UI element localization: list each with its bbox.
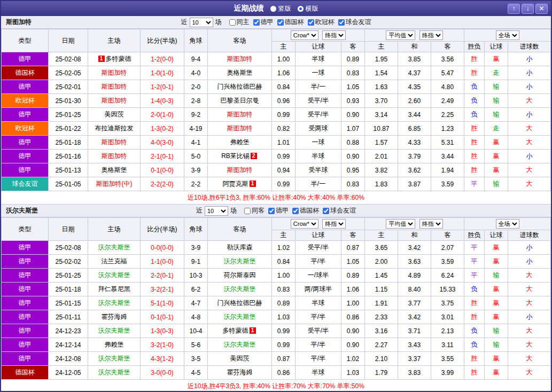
titlebar-center: 近期战绩 竖版 横版 [1, 4, 551, 13]
match-scope-select[interactable]: 全场 [496, 30, 519, 40]
euro-home-odds-cell: 3.65 [365, 241, 398, 255]
corner-cell: 2-0 [184, 80, 208, 94]
asian-line-cell: 受平/半 [296, 324, 341, 338]
league-cell: 德甲 [2, 108, 49, 122]
league-cell: 德甲 [2, 255, 49, 269]
date-cell: 25-02-02 [49, 255, 88, 269]
euro-company-select[interactable]: 平均值 [386, 30, 415, 40]
radio-horizontal-icon[interactable] [298, 6, 304, 12]
filter-checkbox[interactable] [268, 208, 275, 214]
filter-球会友谊[interactable]: 球会友谊 [323, 206, 356, 215]
asian-index-select[interactable]: 终指 [322, 30, 346, 40]
euro-index-select[interactable]: 终指 [419, 30, 443, 40]
euro-index-select[interactable]: 终指 [419, 219, 443, 229]
over-under-cell: 大 [508, 177, 551, 191]
over-under-cell: 大 [508, 163, 551, 177]
date-cell: 25-01-05 [49, 177, 88, 191]
away-team-cell: 奥格斯堡 [208, 66, 272, 80]
team-label: 沃尔夫斯堡 [224, 285, 256, 293]
filter-球会友谊[interactable]: 球会友谊 [338, 18, 371, 27]
over-under-cell: 小 [508, 255, 551, 269]
filter-德甲[interactable]: 德甲 [268, 206, 289, 215]
euro-away-odds-cell: 3.59 [431, 255, 464, 269]
away-team-cell: 斯图加特 [208, 122, 272, 136]
recent-count-select[interactable]: 10 [205, 206, 228, 216]
date-cell: 25-01-11 [49, 310, 88, 324]
filter-同客[interactable]: 同客 [244, 206, 265, 215]
filter-德甲[interactable]: 德甲 [253, 18, 274, 27]
euro-company-select[interactable]: 平均值 [386, 219, 415, 229]
away-team-cell: 斯图加特 [208, 163, 272, 177]
col-score: 比分(半场) [141, 218, 184, 241]
team-name: 沃尔夫斯堡 [6, 206, 38, 215]
asian-line-cell: 平/半 [296, 352, 341, 366]
filter-checkbox[interactable] [253, 19, 260, 26]
asian-away-odds-cell: 0.90 [341, 150, 365, 163]
filter-checkbox[interactable] [323, 208, 329, 214]
up-button[interactable]: ↑ [508, 4, 520, 14]
down-button[interactable]: ↓ [522, 4, 534, 14]
recent-count-select[interactable]: 10 [190, 18, 213, 27]
handicap-result-cell: 赢 [485, 296, 508, 310]
match-row: 德甲25-01-11霍芬海姆0-1(0-1)4-8沃尔夫斯堡1.03平/半0.8… [2, 310, 551, 324]
handicap-result-cell: 走 [485, 122, 508, 136]
rank-badge: 2 [251, 153, 257, 159]
match-scope-select[interactable]: 全场 [496, 219, 519, 229]
result-cell: 胜 [464, 366, 485, 380]
euro-draw-odds-cell: 3.85 [398, 52, 431, 66]
filter-德国杯[interactable]: 德国杯 [292, 206, 319, 215]
down-arrow-icon: ↓ [526, 5, 530, 12]
result-cell: 胜 [464, 52, 485, 66]
results-body: 德甲25-02-08沃尔夫斯堡0-0(0-0)3-9勒沃库森1.02受平/半0.… [2, 241, 551, 380]
layout-option-horizontal[interactable]: 横版 [298, 4, 318, 13]
filter-欧冠杯[interactable]: 欧冠杯 [308, 18, 335, 27]
section-stuttgart: 斯图加特 近 10 场 同主德甲德国杯欧冠杯球会友谊 类型 日期 主场 比分 [1, 16, 551, 205]
date-cell: 25-01-18 [49, 283, 88, 296]
asian-line-cell: 两/两球半 [296, 283, 341, 296]
euro-away-odds-cell: 2.25 [431, 108, 464, 122]
filter-checkbox[interactable] [292, 208, 299, 214]
handicap-result-cell: 赢 [485, 352, 508, 366]
corner-cell: 9-1 [184, 255, 208, 269]
league-cell: 德甲 [2, 136, 49, 150]
euro-home-odds-cell: 1.95 [365, 52, 398, 66]
filter-同主[interactable]: 同主 [229, 18, 250, 27]
asian-company-select[interactable]: Crow* [291, 219, 318, 229]
league-cell: 欧冠杯 [2, 122, 49, 136]
filter-德国杯[interactable]: 德国杯 [277, 18, 304, 27]
euro-home-odds-cell: 3.16 [365, 324, 398, 338]
asian-home-odds-cell: 0.84 [272, 255, 296, 269]
score-cell: 1-2(0-1) [141, 80, 184, 94]
handicap-result-cell: 输 [485, 80, 508, 94]
filter-checkbox[interactable] [308, 19, 314, 26]
col-asian-away: 客 [341, 42, 365, 52]
filter-checkbox[interactable] [244, 208, 251, 214]
euro-home-odds-cell: 1.54 [365, 66, 398, 80]
league-cell: 德国杯 [2, 366, 49, 380]
euro-away-odds-cell: 3.44 [431, 150, 464, 163]
asian-line-cell: 半/一 [296, 177, 341, 191]
asian-company-select[interactable]: Crow* [291, 30, 318, 40]
away-team-cell: 巴黎圣日尔曼 [208, 94, 272, 108]
filter-checkbox[interactable] [338, 19, 345, 26]
date-cell: 25-02-05 [49, 66, 88, 80]
euro-home-odds-cell: 1.63 [365, 80, 398, 94]
radio-vertical-icon[interactable] [270, 6, 276, 12]
euro-away-odds-cell: 3.56 [431, 52, 464, 66]
asian-index-select[interactable]: 终指 [322, 219, 346, 229]
scope-group: 全场 [464, 29, 551, 42]
layout-option-vertical[interactable]: 竖版 [270, 4, 291, 13]
result-cell: 平 [464, 177, 485, 191]
euro-home-odds-cell: 3.14 [365, 108, 398, 122]
col-asian-away: 客 [341, 230, 365, 241]
match-row: 德甲25-01-25美因茨2-0(1-0)9-2斯图加特0.99受平/半0.90… [2, 108, 551, 122]
euro-draw-odds-cell: 3.71 [398, 324, 431, 338]
close-button[interactable]: ✕ [535, 4, 548, 14]
filter-checkbox[interactable] [277, 19, 284, 26]
filter-controls: 近 10 场 同客德甲德国杯球会友谊 [196, 206, 356, 216]
result-cell: 胜 [464, 150, 485, 163]
filter-checkbox[interactable] [229, 19, 236, 26]
euro-away-odds-cell: 2.07 [431, 241, 464, 255]
euro-draw-odds-cell: 3.43 [398, 338, 431, 352]
asian-odds-group: Crow* 终指 [272, 29, 365, 42]
